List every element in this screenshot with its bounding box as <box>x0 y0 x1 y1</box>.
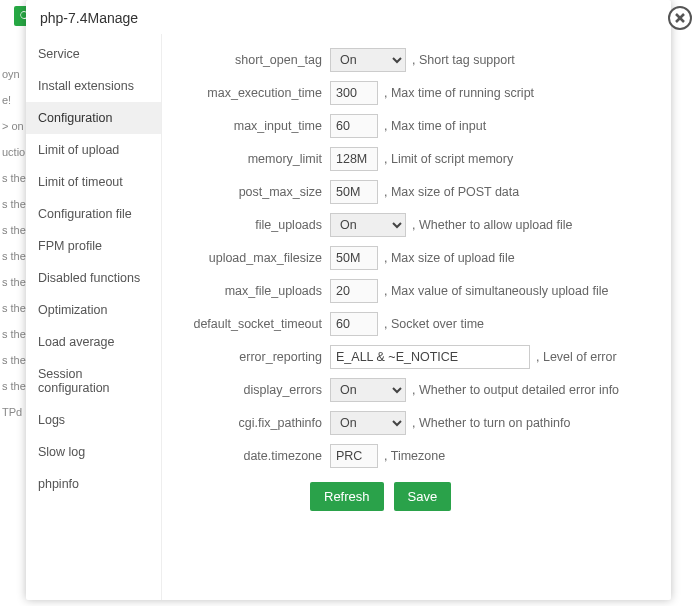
modal-title: php-7.4Manage <box>26 0 671 34</box>
config-label: default_socket_timeout <box>172 317 330 331</box>
refresh-button[interactable]: Refresh <box>310 482 384 511</box>
config-input-max-file-uploads[interactable] <box>330 279 378 303</box>
config-input-max-input-time[interactable] <box>330 114 378 138</box>
sidebar-item-service[interactable]: Service <box>26 38 161 70</box>
config-input-max-execution-time[interactable] <box>330 81 378 105</box>
config-select-short-open-tag[interactable]: On <box>330 48 406 72</box>
config-desc: , Max time of input <box>384 119 486 133</box>
config-row-post-max-size: post_max_size, Max size of POST data <box>172 180 653 204</box>
config-label: error_reporting <box>172 350 330 364</box>
config-row-max-input-time: max_input_time, Max time of input <box>172 114 653 138</box>
config-row-cgi-fix-pathinfo: cgi.fix_pathinfoOn, Whether to turn on p… <box>172 411 653 435</box>
sidebar-item-limit-of-upload[interactable]: Limit of upload <box>26 134 161 166</box>
config-desc: , Whether to allow upload file <box>412 218 573 232</box>
sidebar-item-session-configuration[interactable]: Session configuration <box>26 358 161 404</box>
config-desc: , Max value of simultaneously upload fil… <box>384 284 608 298</box>
config-input-error-reporting[interactable] <box>330 345 530 369</box>
sidebar-item-disabled-functions[interactable]: Disabled functions <box>26 262 161 294</box>
sidebar-item-install-extensions[interactable]: Install extensions <box>26 70 161 102</box>
config-row-default-socket-timeout: default_socket_timeout, Socket over time <box>172 312 653 336</box>
close-icon <box>674 12 686 24</box>
save-button[interactable]: Save <box>394 482 452 511</box>
config-row-max-execution-time: max_execution_time, Max time of running … <box>172 81 653 105</box>
sidebar-item-load-average[interactable]: Load average <box>26 326 161 358</box>
config-input-default-socket-timeout[interactable] <box>330 312 378 336</box>
config-desc: , Max size of POST data <box>384 185 519 199</box>
config-desc: , Max time of running script <box>384 86 534 100</box>
config-select-cgi-fix-pathinfo[interactable]: On <box>330 411 406 435</box>
config-desc: , Short tag support <box>412 53 515 67</box>
config-row-upload-max-filesize: upload_max_filesize, Max size of upload … <box>172 246 653 270</box>
config-input-memory-limit[interactable] <box>330 147 378 171</box>
config-label: post_max_size <box>172 185 330 199</box>
close-button[interactable] <box>668 6 692 30</box>
config-label: max_input_time <box>172 119 330 133</box>
config-input-date-timezone[interactable] <box>330 444 378 468</box>
sidebar: ServiceInstall extensionsConfigurationLi… <box>26 34 162 600</box>
config-label: file_uploads <box>172 218 330 232</box>
config-input-upload-max-filesize[interactable] <box>330 246 378 270</box>
sidebar-item-optimization[interactable]: Optimization <box>26 294 161 326</box>
config-label: cgi.fix_pathinfo <box>172 416 330 430</box>
config-row-file-uploads: file_uploadsOn, Whether to allow upload … <box>172 213 653 237</box>
sidebar-item-fpm-profile[interactable]: FPM profile <box>26 230 161 262</box>
config-panel: short_open_tagOn, Short tag supportmax_e… <box>162 34 671 600</box>
php-manage-modal: php-7.4Manage ServiceInstall extensionsC… <box>26 0 671 600</box>
config-row-error-reporting: error_reporting, Level of error <box>172 345 653 369</box>
config-label: display_errors <box>172 383 330 397</box>
config-select-display-errors[interactable]: On <box>330 378 406 402</box>
config-desc: , Whether to output detailed error info <box>412 383 619 397</box>
sidebar-item-logs[interactable]: Logs <box>26 404 161 436</box>
config-label: date.timezone <box>172 449 330 463</box>
config-label: max_execution_time <box>172 86 330 100</box>
sidebar-item-slow-log[interactable]: Slow log <box>26 436 161 468</box>
config-label: short_open_tag <box>172 53 330 67</box>
config-desc: , Whether to turn on pathinfo <box>412 416 570 430</box>
config-desc: , Max size of upload file <box>384 251 515 265</box>
config-desc: , Socket over time <box>384 317 484 331</box>
sidebar-item-phpinfo[interactable]: phpinfo <box>26 468 161 500</box>
background-page: oyne!> onuctios thes thes thes thes thes… <box>0 0 26 606</box>
sidebar-item-configuration-file[interactable]: Configuration file <box>26 198 161 230</box>
sidebar-item-limit-of-timeout[interactable]: Limit of timeout <box>26 166 161 198</box>
config-select-file-uploads[interactable]: On <box>330 213 406 237</box>
config-label: max_file_uploads <box>172 284 330 298</box>
config-row-memory-limit: memory_limit, Limit of script memory <box>172 147 653 171</box>
config-label: memory_limit <box>172 152 330 166</box>
config-row-short-open-tag: short_open_tagOn, Short tag support <box>172 48 653 72</box>
config-label: upload_max_filesize <box>172 251 330 265</box>
config-desc: , Level of error <box>536 350 617 364</box>
config-row-display-errors: display_errorsOn, Whether to output deta… <box>172 378 653 402</box>
config-desc: , Limit of script memory <box>384 152 513 166</box>
config-row-date-timezone: date.timezone, Timezone <box>172 444 653 468</box>
config-row-max-file-uploads: max_file_uploads, Max value of simultane… <box>172 279 653 303</box>
config-input-post-max-size[interactable] <box>330 180 378 204</box>
sidebar-item-configuration[interactable]: Configuration <box>26 102 161 134</box>
config-desc: , Timezone <box>384 449 445 463</box>
